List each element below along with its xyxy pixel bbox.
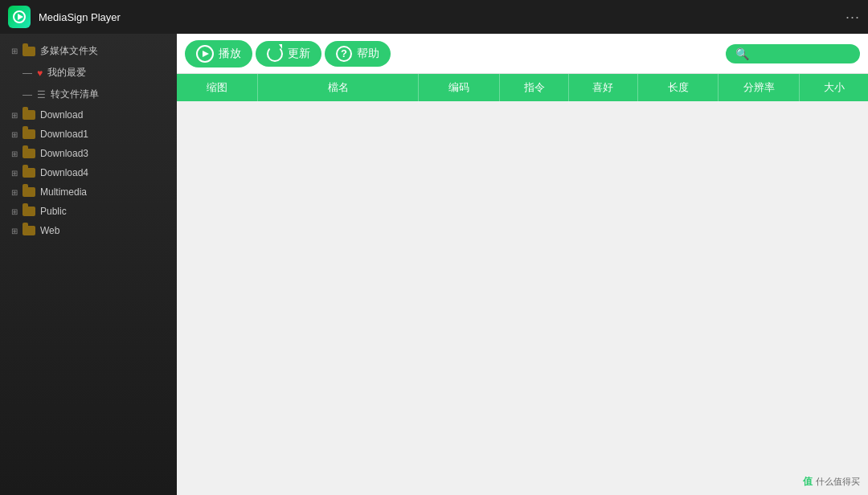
col-duration[interactable]: 长度 <box>638 74 719 101</box>
sidebar-item-playlist[interactable]: — ☰ 转文件清单 <box>0 84 177 105</box>
update-label: 更新 <box>288 47 310 61</box>
sidebar-item-download1[interactable]: ⊞ Download1 <box>0 125 177 144</box>
sidebar-item-multimedia[interactable]: ⊞ Multimedia <box>0 182 177 202</box>
tree-dash-icon: — <box>23 68 32 79</box>
sidebar: ⊞ 多媒体文件夹 — ♥ 我的最爱 — ☰ 转文件清单 ⊞ Download ⊞… <box>0 34 177 495</box>
sidebar-section-header[interactable]: ⊞ 多媒体文件夹 <box>0 40 177 62</box>
folder-icon <box>23 47 35 56</box>
col-codec[interactable]: 编码 <box>419 74 500 101</box>
col-filename[interactable]: 檔名 <box>258 74 420 101</box>
play-button[interactable]: 播放 <box>185 40 252 68</box>
expand-icon-download4: ⊞ <box>11 169 18 178</box>
watermark: 值 什么值得买 <box>803 475 860 489</box>
sidebar-download-label: Download <box>40 109 83 121</box>
sidebar-item-download[interactable]: ⊞ Download <box>0 105 177 125</box>
main-content: ⊞ 多媒体文件夹 — ♥ 我的最爱 — ☰ 转文件清单 ⊞ Download ⊞… <box>0 34 868 495</box>
expand-icon: ⊞ <box>11 47 18 55</box>
question-icon: ? <box>336 46 352 62</box>
help-button[interactable]: ? 帮助 <box>325 41 391 67</box>
more-menu-button[interactable]: ··· <box>845 9 860 26</box>
sidebar-download4-label: Download4 <box>40 167 88 178</box>
watermark-text: 什么值得买 <box>816 476 860 488</box>
expand-icon-web: ⊞ <box>11 227 18 235</box>
title-bar: MediaSign Player ··· <box>0 0 868 34</box>
sidebar-item-public[interactable]: ⊞ Public <box>0 202 177 221</box>
col-resolution[interactable]: 分辨率 <box>719 74 800 101</box>
help-label: 帮助 <box>357 47 379 61</box>
sidebar-multimedia-label: Multimedia <box>40 186 87 198</box>
sidebar-download1-label: Download1 <box>40 129 88 140</box>
sidebar-playlist-label: 转文件清单 <box>51 88 99 101</box>
logo-play-icon <box>18 14 23 20</box>
expand-icon-download1: ⊞ <box>11 130 18 139</box>
folder-icon-download <box>23 110 35 120</box>
folder-icon-web <box>23 226 35 235</box>
play-triangle-icon <box>203 51 209 57</box>
update-button[interactable]: 更新 <box>256 41 321 67</box>
expand-icon-public: ⊞ <box>11 207 18 216</box>
sidebar-favorites-label: 我的最爱 <box>47 66 86 80</box>
right-panel: 播放 更新 ? 帮助 🔍 缩图 檔名 <box>177 34 868 495</box>
app-logo <box>8 6 31 28</box>
expand-icon-multimedia: ⊞ <box>11 188 18 197</box>
col-size[interactable]: 大小 <box>800 74 868 101</box>
sidebar-item-download3[interactable]: ⊞ Download3 <box>0 144 177 163</box>
folder-icon-multimedia <box>23 187 35 197</box>
col-command[interactable]: 指令 <box>500 74 569 101</box>
play-circle-icon <box>196 45 214 63</box>
folder-icon-download4 <box>23 168 35 178</box>
tree-dash-icon-2: — <box>23 89 32 100</box>
watermark-icon: 值 <box>803 475 813 489</box>
play-label: 播放 <box>219 47 241 61</box>
app-title: MediaSign Player <box>39 11 837 23</box>
sidebar-item-download4[interactable]: ⊞ Download4 <box>0 163 177 182</box>
sidebar-item-web[interactable]: ⊞ Web <box>0 221 177 240</box>
list-icon: ☰ <box>37 89 46 100</box>
search-input[interactable] <box>754 47 850 59</box>
sidebar-download3-label: Download3 <box>40 148 88 159</box>
sidebar-item-favorites[interactable]: — ♥ 我的最爱 <box>0 62 177 84</box>
toolbar: 播放 更新 ? 帮助 🔍 <box>177 34 868 74</box>
sidebar-web-label: Web <box>40 225 59 236</box>
col-thumbnail[interactable]: 缩图 <box>177 74 258 101</box>
folder-icon-download3 <box>23 149 35 158</box>
section-label: 多媒体文件夹 <box>40 44 98 58</box>
table-header: 缩图 檔名 编码 指令 喜好 长度 分辨率 大小 <box>177 74 868 101</box>
heart-icon: ♥ <box>37 68 43 79</box>
folder-icon-download1 <box>23 129 35 139</box>
search-icon: 🔍 <box>735 47 749 60</box>
search-box[interactable]: 🔍 <box>726 44 860 63</box>
expand-icon-download3: ⊞ <box>11 149 18 158</box>
table-body <box>177 101 868 495</box>
expand-icon-download: ⊞ <box>11 111 18 120</box>
col-favorite[interactable]: 喜好 <box>569 74 638 101</box>
folder-icon-public <box>23 207 35 216</box>
refresh-icon <box>267 46 283 62</box>
sidebar-public-label: Public <box>40 206 67 217</box>
logo-circle <box>13 10 26 23</box>
